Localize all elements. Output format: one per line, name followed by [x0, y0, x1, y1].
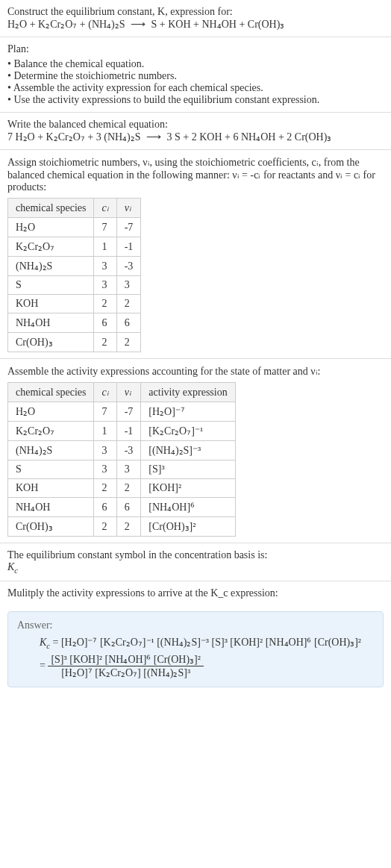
cell-c: 2	[94, 295, 116, 313]
activity-intro: Assemble the activity expressions accoun…	[7, 365, 384, 378]
cell-c: 2	[94, 517, 116, 537]
table-row: NH₄OH66[NH₄OH]⁶	[8, 498, 236, 517]
cell-act: [Cr(OH)₃]²	[141, 517, 235, 537]
cell-c: 1	[94, 422, 116, 441]
cell-species: NH₄OH	[8, 498, 94, 517]
table-row: KOH22[KOH]²	[8, 479, 236, 498]
balanced-lhs: 7 H₂O + K₂Cr₂O₇ + 3 (NH₄)₂S	[7, 131, 141, 143]
table-header-row: chemical species cᵢ νᵢ	[8, 199, 141, 218]
kc-var: Kc	[40, 637, 50, 648]
cell-species: K₂Cr₂O₇	[8, 422, 94, 441]
multiply-section: Mulitply the activity expressions to arr…	[0, 581, 391, 605]
intro-arrow: ⟶	[128, 19, 148, 30]
cell-species: S	[8, 460, 94, 479]
cell-act: [K₂Cr₂O₇]⁻¹	[141, 422, 235, 441]
intro-lhs: H₂O + K₂Cr₂O₇ + (NH₄)₂S	[7, 19, 125, 30]
kc-symbol-section: The equilibrium constant symbol in the c…	[0, 543, 391, 581]
cell-v: -3	[116, 441, 141, 460]
cell-v: -7	[116, 402, 141, 422]
cell-v: -7	[116, 218, 141, 237]
cell-species: K₂Cr₂O₇	[8, 237, 94, 257]
cell-species: H₂O	[8, 402, 94, 422]
col-vi: νᵢ	[116, 383, 141, 402]
balanced-section: Write the balanced chemical equation: 7 …	[0, 113, 391, 150]
cell-v: 3	[116, 276, 141, 295]
stoich-table: chemical species cᵢ νᵢ H₂O7-7 K₂Cr₂O₇1-1…	[7, 198, 141, 352]
cell-v: 2	[116, 295, 141, 313]
table-row: K₂Cr₂O₇1-1[K₂Cr₂O₇]⁻¹	[8, 422, 236, 441]
stoich-section: Assign stoichiometric numbers, νᵢ, using…	[0, 150, 391, 359]
answer-equals: =	[40, 659, 46, 670]
cell-species: KOH	[8, 479, 94, 498]
plan-section: Plan: Balance the chemical equation. Det…	[0, 37, 391, 113]
cell-v: 6	[116, 313, 141, 333]
cell-act: [KOH]²	[141, 479, 235, 498]
multiply-line: Mulitply the activity expressions to arr…	[7, 587, 384, 599]
cell-act: [(NH₄)₂S]⁻³	[141, 441, 235, 460]
cell-c: 7	[94, 402, 116, 422]
kc-symbol-line: The equilibrium constant symbol in the c…	[7, 549, 384, 561]
col-vi: νᵢ	[116, 199, 141, 218]
cell-c: 3	[94, 441, 116, 460]
table-row: S33[S]³	[8, 460, 236, 479]
cell-c: 2	[94, 333, 116, 352]
answer-box: Answer: Kc = [H₂O]⁻⁷ [K₂Cr₂O₇]⁻¹ [(NH₄)₂…	[7, 611, 384, 687]
col-species: chemical species	[8, 383, 94, 402]
fraction: [S]³ [KOH]² [NH₄OH]⁶ [Cr(OH)₃]² [H₂O]⁷ […	[48, 653, 204, 679]
cell-v: 6	[116, 498, 141, 517]
cell-c: 6	[94, 313, 116, 333]
cell-species: H₂O	[8, 218, 94, 237]
plan-title: Plan:	[7, 43, 384, 55]
answer-line1: = [H₂O]⁻⁷ [K₂Cr₂O₇]⁻¹ [(NH₄)₂S]⁻³ [S]³ […	[53, 637, 362, 648]
table-row: Cr(OH)₃22	[8, 333, 141, 352]
cell-v: 3	[116, 460, 141, 479]
table-row: S33	[8, 276, 141, 295]
intro-section: Construct the equilibrium constant, K, e…	[0, 0, 391, 37]
plan-item: Use the activity expressions to build th…	[7, 94, 384, 106]
table-row: (NH₄)₂S3-3[(NH₄)₂S]⁻³	[8, 441, 236, 460]
cell-species: KOH	[8, 295, 94, 313]
plan-item: Assemble the activity expression for eac…	[7, 82, 384, 94]
answer-expression: Kc = [H₂O]⁻⁷ [K₂Cr₂O₇]⁻¹ [(NH₄)₂S]⁻³ [S]…	[40, 636, 374, 650]
table-row: NH₄OH66	[8, 313, 141, 333]
balanced-eq: 7 H₂O + K₂Cr₂O₇ + 3 (NH₄)₂S ⟶ 3 S + 2 KO…	[7, 131, 384, 143]
cell-species: (NH₄)₂S	[8, 441, 94, 460]
fraction-denominator: [H₂O]⁷ [K₂Cr₂O₇] [(NH₄)₂S]³	[48, 666, 204, 679]
cell-act: [NH₄OH]⁶	[141, 498, 235, 517]
col-ci: cᵢ	[94, 383, 116, 402]
col-species: chemical species	[8, 199, 94, 218]
table-row: Cr(OH)₃22[Cr(OH)₃]²	[8, 517, 236, 537]
table-row: H₂O7-7[H₂O]⁻⁷	[8, 402, 236, 422]
cell-c: 3	[94, 460, 116, 479]
activity-section: Assemble the activity expressions accoun…	[0, 359, 391, 543]
cell-v: -1	[116, 237, 141, 257]
cell-species: Cr(OH)₃	[8, 333, 94, 352]
table-row: K₂Cr₂O₇1-1	[8, 237, 141, 257]
answer-label: Answer:	[17, 619, 374, 631]
table-header-row: chemical species cᵢ νᵢ activity expressi…	[8, 383, 236, 402]
balanced-arrow: ⟶	[143, 131, 164, 143]
table-row: (NH₄)₂S3-3	[8, 257, 141, 276]
plan-item: Determine the stoichiometric numbers.	[7, 70, 384, 82]
cell-act: [H₂O]⁻⁷	[141, 402, 235, 422]
cell-v: -1	[116, 422, 141, 441]
cell-v: 2	[116, 333, 141, 352]
cell-v: -3	[116, 257, 141, 276]
plan-item: Balance the chemical equation.	[7, 58, 384, 70]
cell-c: 2	[94, 479, 116, 498]
col-activity: activity expression	[141, 383, 235, 402]
cell-species: Cr(OH)₃	[8, 517, 94, 537]
cell-c: 1	[94, 237, 116, 257]
activity-table: chemical species cᵢ νᵢ activity expressi…	[7, 382, 236, 537]
cell-c: 6	[94, 498, 116, 517]
col-ci: cᵢ	[94, 199, 116, 218]
cell-species: (NH₄)₂S	[8, 257, 94, 276]
fraction-numerator: [S]³ [KOH]² [NH₄OH]⁶ [Cr(OH)₃]²	[48, 653, 204, 666]
intro-text: Construct the equilibrium constant, K, e…	[7, 6, 233, 17]
cell-c: 3	[94, 257, 116, 276]
cell-species: S	[8, 276, 94, 295]
cell-c: 3	[94, 276, 116, 295]
balanced-rhs: 3 S + 2 KOH + 6 NH₄OH + 2 Cr(OH)₃	[167, 131, 332, 143]
intro-rhs: S + KOH + NH₄OH + Cr(OH)₃	[151, 19, 285, 30]
intro-line: Construct the equilibrium constant, K, e…	[7, 6, 384, 18]
